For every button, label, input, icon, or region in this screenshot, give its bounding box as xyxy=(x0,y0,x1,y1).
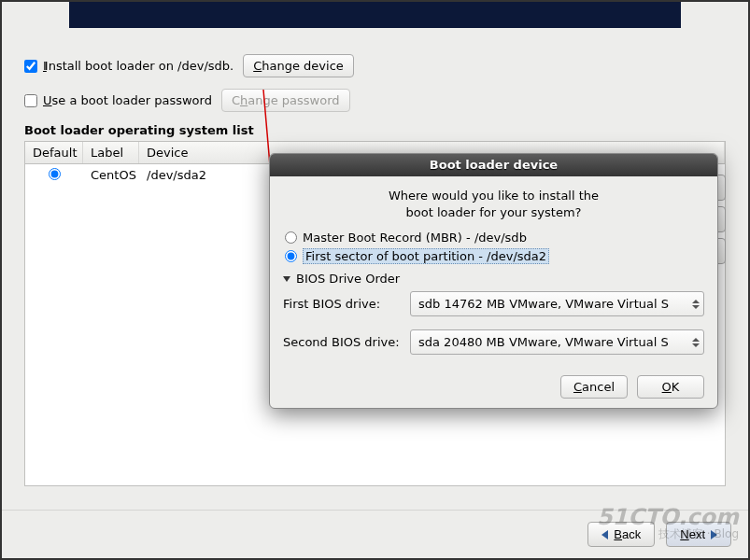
dialog-prompt: Where would you like to install the boot… xyxy=(283,188,704,221)
ok-button[interactable]: OK xyxy=(637,375,704,399)
row-label: CentOS xyxy=(83,168,139,183)
change-device-button[interactable]: CChange devicehange device xyxy=(243,54,354,77)
os-list-heading: Boot loader operating system list xyxy=(24,123,726,137)
radio-first-sector[interactable] xyxy=(285,250,297,262)
arrow-right-icon xyxy=(711,530,717,539)
cancel-button[interactable]: Cancel xyxy=(560,375,628,399)
spinner-icon xyxy=(692,338,700,347)
radio-firstsector-row[interactable]: First sector of boot partition - /dev/sd… xyxy=(283,248,704,264)
dialog-title[interactable]: Boot loader device xyxy=(270,154,717,176)
install-bootloader-checkbox[interactable] xyxy=(24,60,37,73)
use-password-label: Use a boot loader password xyxy=(43,93,212,107)
second-bios-combo[interactable]: sda 20480 MB VMware, VMware Virtual S xyxy=(410,329,704,355)
first-bios-label: First BIOS drive: xyxy=(283,297,403,311)
radio-firstsector-label: First sector of boot partition - /dev/sd… xyxy=(303,248,549,264)
back-button[interactable]: Back Back xyxy=(587,522,655,547)
header-banner xyxy=(69,2,681,28)
next-button[interactable]: Next Next xyxy=(666,522,731,547)
install-bootloader-label-text: Install boot loader on /dev/sdb. xyxy=(45,59,233,73)
use-password-checkbox[interactable] xyxy=(24,94,37,107)
arrow-left-icon xyxy=(601,530,608,539)
default-os-radio[interactable] xyxy=(49,168,61,180)
radio-mbr-label: Master Boot Record (MBR) - /dev/sdb xyxy=(303,231,527,245)
first-bios-combo[interactable]: sdb 14762 MB VMware, VMware Virtual S xyxy=(410,291,704,316)
radio-mbr[interactable] xyxy=(285,231,297,244)
chevron-down-icon xyxy=(283,276,290,282)
spinner-icon xyxy=(692,300,700,309)
second-bios-label: Second BIOS drive: xyxy=(283,335,403,349)
col-label[interactable]: Label xyxy=(83,142,139,163)
bootloader-device-dialog: Boot loader device Where would you like … xyxy=(269,153,718,409)
radio-mbr-row[interactable]: Master Boot Record (MBR) - /dev/sdb xyxy=(283,231,704,245)
col-default[interactable]: Default xyxy=(25,142,83,163)
change-password-button: Change password xyxy=(221,89,350,112)
bios-order-expander[interactable]: BIOS Drive Order xyxy=(283,272,704,286)
